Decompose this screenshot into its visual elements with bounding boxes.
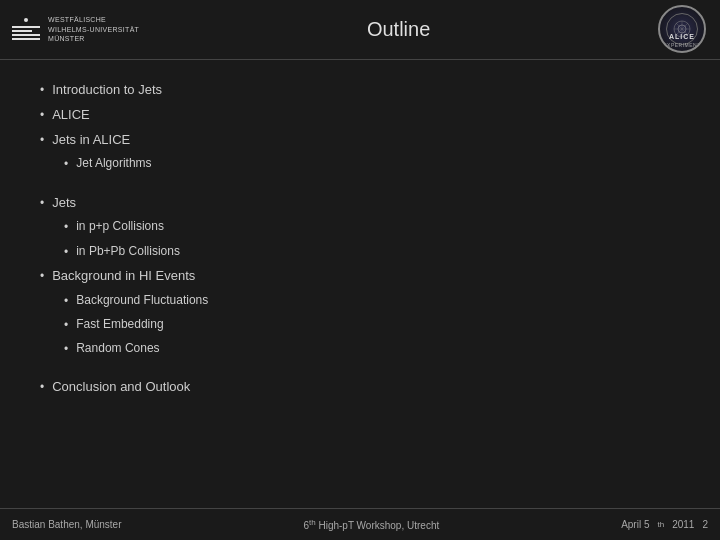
bullet-group-2: • Jets • in p+p Collisions • in Pb+Pb Co… [40,193,680,360]
header: WESTFÄLISCHE WILHELMS-UNIVERSITÄT MÜNSTE… [0,0,720,60]
bullet-jets: • Jets [40,193,680,214]
bullet-dot: • [40,131,44,150]
bullet-text: Jets in ALICE [52,130,130,151]
alice-text: ALICE EXPERIMENT [660,27,704,48]
bullet-text: Background Fluctuations [76,291,208,310]
bullet-dot: • [64,292,68,311]
bullet-fast-embedding: • Fast Embedding [64,315,680,335]
footer-page: 2 [702,519,708,530]
slide: WESTFÄLISCHE WILHELMS-UNIVERSITÄT MÜNSTE… [0,0,720,540]
bullet-dot: • [40,81,44,100]
logo-line [12,38,40,40]
bullet-dot: • [64,155,68,174]
bullet-text: Jets [52,193,76,214]
slide-title: Outline [139,18,658,41]
bullet-background-fluctuations: • Background Fluctuations [64,291,680,311]
header-left: WESTFÄLISCHE WILHELMS-UNIVERSITÄT MÜNSTE… [12,15,139,44]
footer-author: Bastian Bathen, Münster [12,519,122,530]
main-content: • Introduction to Jets • ALICE • Jets in… [0,60,720,508]
bullet-pp-collisions: • in p+p Collisions [64,217,680,237]
bullet-text: Jet Algorithms [76,154,151,173]
bullet-pbpb-collisions: • in Pb+Pb Collisions [64,242,680,262]
footer-date-page: April 5th 2011 2 [621,519,708,530]
bullet-text: ALICE [52,105,90,126]
bullet-text: in Pb+Pb Collisions [76,242,180,261]
bullet-conclusion: • Conclusion and Outlook [40,377,680,398]
footer-event: 6th6th High-pT Workshop, Utrecht High-pT… [303,518,439,531]
bullet-alice: • ALICE [40,105,680,126]
bullet-dot: • [40,267,44,286]
bullet-dot: • [64,243,68,262]
logo-lines [12,18,40,40]
bullet-jet-algorithms: • Jet Algorithms [64,154,680,174]
bullet-text: in p+p Collisions [76,217,164,236]
bullet-intro-jets: • Introduction to Jets [40,80,680,101]
bullet-dot: • [64,340,68,359]
bullet-text: Conclusion and Outlook [52,377,190,398]
logo-line [12,30,32,32]
bullet-dot: • [64,316,68,335]
bullet-jets-in-alice: • Jets in ALICE [40,130,680,151]
bullet-background-hi: • Background in HI Events [40,266,680,287]
university-name: WESTFÄLISCHE WILHELMS-UNIVERSITÄT MÜNSTE… [48,15,139,44]
alice-circle: ALICE EXPERIMENT [658,5,706,53]
footer: Bastian Bathen, Münster 6th6th High-pT W… [0,508,720,540]
logo-dot [24,18,28,22]
bullet-text: Background in HI Events [52,266,195,287]
bullet-group-1: • Introduction to Jets • ALICE • Jets in… [40,80,680,175]
bullet-text: Fast Embedding [76,315,163,334]
logo-line [12,26,40,28]
bullet-text: Random Cones [76,339,159,358]
bullet-dot: • [40,378,44,397]
university-logo: WESTFÄLISCHE WILHELMS-UNIVERSITÄT MÜNSTE… [12,15,139,44]
bullet-random-cones: • Random Cones [64,339,680,359]
logo-line [12,34,40,36]
alice-logo: ALICE EXPERIMENT [658,5,708,55]
bullet-group-3: • Conclusion and Outlook [40,377,680,398]
bullet-text: Introduction to Jets [52,80,162,101]
bullet-dot: • [64,218,68,237]
bullet-dot: • [40,106,44,125]
bullet-dot: • [40,194,44,213]
